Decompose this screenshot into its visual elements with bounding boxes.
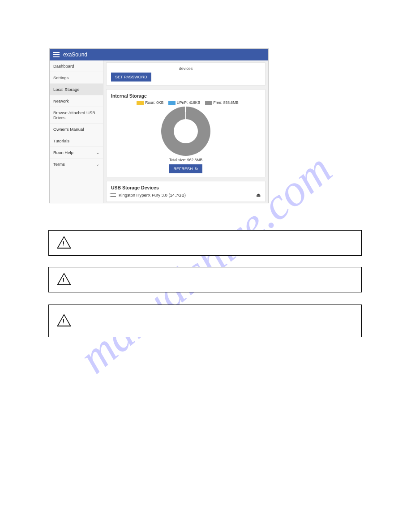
note-table-2: ! <box>48 267 362 292</box>
donut-chart-wrap: Total size: 962.8MB REFRESH ↻ <box>111 107 261 173</box>
sidebar-item-label: Browse Attached USB Drives <box>53 110 99 120</box>
sidebar-item-label: Owner's Manual <box>53 127 84 132</box>
card-usb-devices: USB Storage Devices Kingston HyperX Fury… <box>106 181 265 202</box>
chevron-down-icon: ⌄ <box>96 150 99 155</box>
note-table-3: ! <box>48 305 362 337</box>
legend-roon: Roon: 0KB <box>145 100 163 105</box>
sidebar-item-label: Network <box>53 99 69 103</box>
sidebar-item-settings[interactable]: Settings <box>50 72 103 84</box>
sidebar-item-label: Roon Help <box>53 150 73 155</box>
legend-upnp: UPnP: 416KB <box>177 100 200 105</box>
refresh-button[interactable]: REFRESH ↻ <box>169 164 202 173</box>
app-window: exaSound Dashboard Settings Local Storag… <box>49 48 269 203</box>
card-password: devices SET PASSWORD <box>106 62 265 86</box>
hamburger-icon[interactable] <box>53 52 60 57</box>
set-password-button[interactable]: SET PASSWORD <box>111 73 151 82</box>
note-text-cell <box>79 267 362 292</box>
warning-icon: ! <box>57 314 71 326</box>
note-icon-cell: ! <box>49 267 79 292</box>
sidebar-item-label: Tutorials <box>53 138 69 143</box>
note-text-cell <box>79 305 362 337</box>
usb-devices-title: USB Storage Devices <box>111 185 261 190</box>
warning-icon: ! <box>57 236 71 249</box>
sidebar-item-label: Local Storage <box>53 87 80 92</box>
sidebar: Dashboard Settings Local Storage Network… <box>50 60 103 203</box>
list-icon[interactable] <box>111 193 116 197</box>
sidebar-item-dashboard[interactable]: Dashboard <box>50 60 103 72</box>
app-brand: exaSound <box>63 51 87 58</box>
usb-device-row: Kingston HyperX Fury 3.0 (14.7GB) ⏏ <box>111 192 261 198</box>
legend-swatch-roon <box>137 101 144 105</box>
sidebar-item-roon-help[interactable]: Roon Help⌄ <box>50 147 103 159</box>
internal-storage-title: Internal Storage <box>111 93 261 99</box>
legend-free: Free: 858.6MB <box>214 100 239 105</box>
refresh-label: REFRESH <box>173 167 193 171</box>
sidebar-item-terms[interactable]: Terms⌄ <box>50 159 103 170</box>
donut-chart <box>161 107 210 156</box>
devices-hint: devices <box>111 66 261 71</box>
storage-legend: Roon: 0KB UPnP: 416KB Free: 858.6MB <box>111 100 261 105</box>
note-icon-cell: ! <box>49 231 79 256</box>
eject-icon[interactable]: ⏏ <box>256 192 261 198</box>
legend-swatch-free <box>205 101 212 105</box>
note-text-cell <box>79 231 362 256</box>
refresh-icon: ↻ <box>195 167 198 171</box>
usb-device-name: Kingston HyperX Fury 3.0 (14.7GB) <box>119 193 186 197</box>
note-table-1: ! <box>48 230 362 256</box>
sidebar-item-owners-manual[interactable]: Owner's Manual <box>50 124 103 135</box>
app-header: exaSound <box>50 49 268 60</box>
sidebar-item-label: Dashboard <box>53 64 74 69</box>
note-icon-cell: ! <box>49 305 79 337</box>
sidebar-item-local-storage[interactable]: Local Storage <box>50 84 103 95</box>
warning-icon: ! <box>57 273 71 285</box>
sidebar-item-browse-usb[interactable]: Browse Attached USB Drives <box>50 107 103 124</box>
sidebar-item-network[interactable]: Network <box>50 95 103 107</box>
set-password-label: SET PASSWORD <box>115 75 147 79</box>
donut-notch <box>185 107 186 119</box>
chevron-down-icon: ⌄ <box>96 162 99 167</box>
sidebar-item-tutorials[interactable]: Tutorials <box>50 135 103 147</box>
legend-swatch-upnp <box>168 101 176 105</box>
content-area: devices SET PASSWORD Internal Storage Ro… <box>103 60 268 203</box>
total-size: Total size: 962.8MB <box>111 158 261 162</box>
sidebar-item-label: Terms <box>53 162 65 167</box>
sidebar-item-label: Settings <box>53 75 68 80</box>
card-internal-storage: Internal Storage Roon: 0KB UPnP: 416KB F… <box>106 89 265 177</box>
